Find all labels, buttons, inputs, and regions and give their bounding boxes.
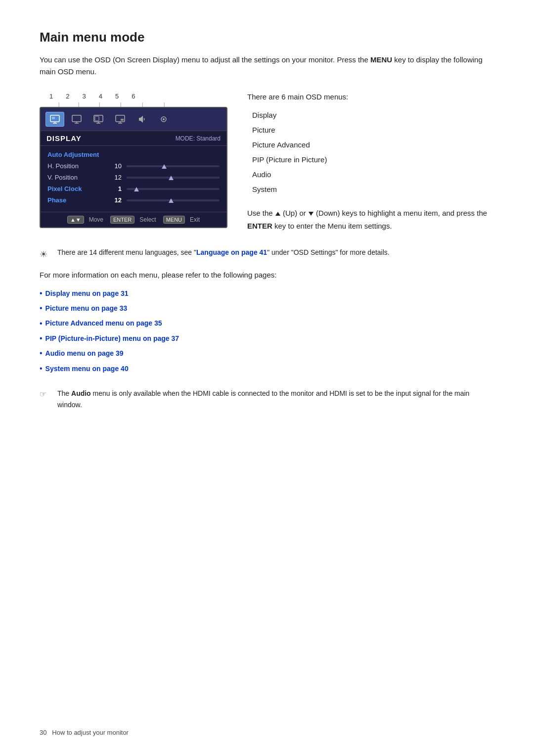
language-link[interactable]: Language on page 41: [196, 248, 267, 256]
nav-arrows: ▲▼: [67, 216, 84, 224]
svg-rect-12: [121, 119, 124, 121]
intro-text-before: You can use the OSD (On Screen Display) …: [40, 55, 370, 64]
svg-rect-8: [95, 116, 99, 121]
osd-icon-pip: [111, 112, 130, 127]
tip-icon: ☀: [40, 247, 51, 262]
footer-section-text: How to adjust your monitor: [52, 729, 129, 736]
display-menu-link[interactable]: Display menu on page 31: [45, 287, 129, 300]
info-icon: ☞: [40, 388, 51, 410]
pixel-clock-label: Pixel Clock: [47, 185, 107, 192]
intro-paragraph: You can use the OSD (On Screen Display) …: [40, 54, 494, 78]
osd-icon-picture: [67, 112, 86, 127]
footer-page-number: 30: [40, 729, 46, 736]
pixel-clock-value: 1: [107, 185, 122, 192]
svg-rect-4: [72, 115, 81, 122]
v-position-value: 12: [107, 174, 122, 181]
system-menu-link[interactable]: System menu on page 40: [45, 362, 129, 376]
language-note-block: ☀ There are 14 different menu languages,…: [40, 247, 494, 262]
osd-screen: DISPLAY MODE: Standard Auto Adjustment H…: [40, 107, 227, 228]
more-info-text: For more information on each menu, pleas…: [40, 271, 494, 279]
arrow-up-icon: [275, 212, 280, 216]
move-label: Move: [89, 216, 103, 223]
pixel-clock-slider: [127, 188, 220, 190]
page-footer: 30 How to adjust your monitor: [40, 729, 129, 736]
link-audio-menu[interactable]: Audio menu on page 39: [40, 346, 494, 361]
link-list: Display menu on page 31 Picture menu on …: [40, 286, 494, 376]
link-picture-advanced-menu[interactable]: Picture Advanced menu on page 35: [40, 316, 494, 331]
num-4: 4: [99, 93, 102, 100]
menu-item-display: Display: [252, 108, 494, 123]
menu-item-system: System: [252, 182, 494, 197]
num-6: 6: [132, 93, 135, 100]
audio-info-text: The Audio menu is only available when th…: [57, 388, 494, 410]
osd-item-phase: Phase 12: [41, 194, 226, 206]
menu-key: MENU: [163, 216, 185, 224]
h-position-value: 10: [107, 162, 122, 170]
svg-rect-11: [116, 115, 125, 122]
svg-point-17: [163, 118, 165, 120]
number-indicators-row: 1 2 3 4 5 6: [40, 93, 227, 100]
audio-bold: Audio: [71, 389, 91, 397]
menu-item-picture: Picture: [252, 123, 494, 138]
v-position-thumb: [169, 176, 174, 180]
osd-display-title: DISPLAY: [46, 134, 82, 142]
right-panel: There are 6 main OSD menus: Display Pict…: [247, 93, 494, 232]
nav-instruction: Use the (Up) or (Down) keys to highlight…: [247, 207, 494, 232]
osd-menus-header: There are 6 main OSD menus:: [247, 93, 494, 101]
osd-menu-items: Auto Adjustment H. Position 10 V. Positi…: [41, 146, 226, 212]
up-down-key: ▲▼: [67, 216, 84, 224]
osd-item-h-position: H. Position 10: [41, 160, 226, 172]
h-position-thumb: [162, 164, 167, 169]
num-5: 5: [115, 93, 119, 100]
num-1: 1: [49, 93, 53, 100]
osd-item-v-position: V. Position 12: [41, 172, 226, 183]
osd-item-auto-adjustment: Auto Adjustment: [41, 149, 226, 160]
menu-list: Display Picture Picture Advanced PIP (Pi…: [247, 108, 494, 197]
osd-mode-label: MODE: Standard: [176, 135, 221, 142]
exit-label: Exit: [190, 216, 200, 223]
osd-screenshot-container: 1 2 3 4 5 6 | | | | | |: [40, 93, 227, 228]
h-position-slider: [127, 165, 220, 167]
phase-label: Phase: [47, 196, 107, 204]
page-title: Main menu mode: [40, 30, 494, 45]
osd-footer: ▲▼ Move ENTER Select MENU Exit: [41, 212, 226, 227]
language-note-text: There are 14 different menu languages, s…: [57, 247, 390, 262]
osd-header: DISPLAY MODE: Standard: [41, 131, 226, 146]
link-display-menu[interactable]: Display menu on page 31: [40, 286, 494, 301]
main-content-area: 1 2 3 4 5 6 | | | | | |: [40, 93, 494, 232]
phase-thumb: [169, 198, 174, 203]
enter-key: ENTER: [110, 216, 134, 224]
osd-icon-audio: [133, 112, 151, 127]
menu-item-picture-advanced: Picture Advanced: [252, 138, 494, 152]
h-position-label: H. Position: [47, 162, 107, 170]
v-position-label: V. Position: [47, 174, 107, 181]
enter-key-label: ENTER: [247, 222, 272, 230]
pip-menu-link[interactable]: PIP (Picture-in-Picture) menu on page 37: [45, 332, 179, 345]
svg-rect-3: [52, 117, 55, 119]
select-label: Select: [139, 216, 156, 223]
audio-menu-link[interactable]: Audio menu on page 39: [45, 347, 124, 360]
phase-slider: [127, 199, 220, 201]
auto-adjustment-label: Auto Adjustment: [47, 151, 107, 158]
pixel-clock-thumb: [134, 187, 139, 191]
link-picture-menu[interactable]: Picture menu on page 33: [40, 301, 494, 316]
osd-icons-bar: [41, 108, 226, 131]
link-system-menu[interactable]: System menu on page 40: [40, 361, 494, 376]
picture-advanced-menu-link[interactable]: Picture Advanced menu on page 35: [45, 317, 162, 330]
tick-lines: | | | | | |: [40, 101, 227, 107]
menu-item-pip: PIP (Picture in Picture): [252, 152, 494, 167]
num-3: 3: [82, 93, 86, 100]
osd-icon-system: [154, 112, 173, 127]
audio-info-block: ☞ The Audio menu is only available when …: [40, 388, 494, 410]
link-pip-menu[interactable]: PIP (Picture-in-Picture) menu on page 37: [40, 331, 494, 346]
menu-item-audio: Audio: [252, 167, 494, 182]
arrow-down-icon: [309, 212, 313, 216]
osd-icon-picture-advanced: [89, 112, 108, 127]
v-position-slider: [127, 177, 220, 179]
svg-marker-15: [139, 116, 143, 123]
picture-menu-link[interactable]: Picture menu on page 33: [45, 302, 128, 315]
menu-key-label: MENU: [370, 55, 392, 64]
phase-value: 12: [107, 196, 122, 204]
osd-icon-display: [45, 112, 64, 127]
num-2: 2: [66, 93, 69, 100]
